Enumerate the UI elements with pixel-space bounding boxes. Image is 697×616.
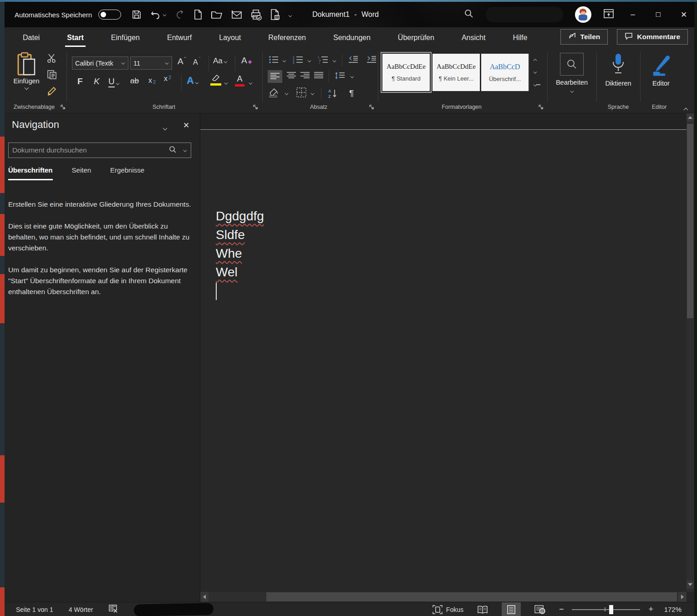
document-page[interactable] — [200, 129, 687, 592]
ribbon-display-options-icon[interactable] — [603, 9, 614, 20]
styles-scroll-up[interactable] — [529, 54, 541, 66]
align-center-button[interactable] — [287, 72, 296, 81]
tab-einfuegen[interactable]: Einfügen — [97, 27, 153, 48]
borders-dropdown-icon[interactable] — [311, 92, 314, 95]
qat-customize-icon[interactable] — [289, 14, 292, 17]
print-layout-button[interactable] — [502, 602, 521, 616]
paste-dropdown-icon[interactable] — [25, 86, 29, 90]
document-area[interactable]: Dgdgdfg Sldfe Whe Wel — [200, 113, 687, 592]
tab-entwurf[interactable]: Entwurf — [153, 27, 205, 48]
paragraph-dialog-launcher[interactable] — [369, 104, 375, 111]
close-button[interactable]: ✕ — [677, 10, 691, 20]
email-icon[interactable] — [230, 9, 242, 20]
clipboard-dialog-launcher[interactable] — [60, 104, 66, 111]
justify-button[interactable] — [314, 72, 323, 81]
editing-button[interactable]: Bearbeiten — [553, 53, 591, 93]
tab-ueberpruefen[interactable]: Überprüfen — [384, 27, 448, 48]
paste-button[interactable]: Einfügen — [12, 52, 41, 101]
maximize-button[interactable]: □ — [651, 10, 665, 19]
search-icon[interactable] — [464, 9, 474, 20]
font-dialog-launcher[interactable] — [253, 104, 259, 111]
zoom-in-button[interactable]: + — [648, 605, 653, 614]
avatar[interactable] — [575, 6, 591, 23]
increase-indent-button[interactable] — [366, 56, 377, 66]
collapse-ribbon-icon[interactable] — [684, 105, 688, 113]
open-folder-icon[interactable] — [211, 9, 223, 20]
bullets-dropdown-icon[interactable] — [283, 59, 286, 62]
document-line[interactable]: Wel — [216, 263, 238, 281]
tab-sendungen[interactable]: Sendungen — [320, 27, 384, 48]
document-line[interactable]: Sldfe — [216, 225, 245, 244]
italic-button[interactable]: K — [94, 76, 100, 87]
print-preview-icon[interactable] — [270, 9, 280, 20]
new-document-icon[interactable] — [193, 9, 203, 20]
line-spacing-button[interactable] — [335, 71, 346, 81]
numbering-dropdown-icon[interactable] — [308, 59, 311, 62]
zoom-slider-thumb[interactable] — [609, 605, 613, 614]
scroll-right-button[interactable] — [678, 592, 687, 602]
style-ueberschrift[interactable]: AaBbCcD Überschrif... — [481, 54, 529, 91]
font-size-combo[interactable]: 11 — [130, 56, 172, 70]
shading-button[interactable] — [269, 87, 280, 99]
subscript-button[interactable]: x2 — [148, 76, 156, 85]
copy-button[interactable] — [46, 69, 57, 80]
document-text[interactable]: Dgdgdfg Sldfe Whe Wel — [216, 207, 264, 281]
cut-button[interactable] — [46, 53, 57, 64]
font-color-dropdown-icon[interactable] — [249, 81, 252, 85]
tab-start[interactable]: Start — [53, 27, 97, 48]
change-case-button[interactable]: Aa — [213, 56, 228, 66]
word-count[interactable]: 4 Wörter — [69, 606, 93, 613]
styles-gallery-more[interactable] — [529, 79, 541, 91]
borders-button[interactable] — [296, 87, 306, 99]
autosave-toggle[interactable] — [98, 10, 121, 20]
nav-tab-ueberschriften[interactable]: Überschriften — [8, 166, 53, 180]
tab-ansicht[interactable]: Ansicht — [448, 27, 499, 48]
sort-button[interactable]: AZ — [328, 88, 340, 98]
bold-button[interactable]: F — [77, 76, 83, 87]
scroll-left-button[interactable] — [200, 592, 209, 602]
tab-hilfe[interactable]: Hilfe — [499, 27, 541, 48]
align-left-button[interactable] — [268, 70, 282, 83]
undo-dropdown-icon[interactable] — [163, 13, 166, 16]
vertical-scrollbar[interactable] — [687, 113, 694, 592]
comments-button[interactable]: Kommentare — [617, 29, 688, 45]
multilevel-list-button[interactable]: 1ai — [318, 56, 329, 66]
editing-dropdown-icon[interactable] — [570, 90, 573, 93]
decrease-indent-button[interactable] — [348, 56, 359, 66]
underline-dropdown-icon[interactable] — [116, 82, 119, 85]
tab-layout[interactable]: Layout — [205, 27, 254, 48]
search-icon[interactable] — [169, 146, 177, 155]
page-indicator[interactable]: Seite 1 von 1 — [16, 606, 53, 613]
zoom-out-button[interactable]: − — [559, 605, 564, 614]
shrink-font-button[interactable]: Aˇ — [193, 56, 200, 66]
web-layout-button[interactable] — [529, 602, 551, 616]
underline-button[interactable]: U — [108, 76, 120, 87]
vertical-scrollbar-thumb[interactable] — [687, 124, 693, 318]
superscript-button[interactable]: x2 — [164, 75, 171, 83]
navigation-search-box[interactable] — [8, 143, 191, 158]
document-line[interactable]: Dgdgdfg — [216, 207, 264, 225]
font-color-button[interactable]: A — [235, 75, 244, 87]
horizontal-scrollbar-thumb[interactable] — [266, 592, 677, 601]
highlight-button[interactable] — [210, 74, 221, 86]
grow-font-button[interactable]: Aˆ — [178, 56, 186, 66]
style-kein-leerraum[interactable]: AaBbCcDdEe ¶ Kein Leer... — [432, 54, 480, 91]
strikethrough-button[interactable]: ab — [130, 76, 139, 86]
horizontal-scrollbar[interactable] — [200, 592, 687, 602]
bullets-button[interactable] — [269, 56, 279, 66]
numbering-button[interactable]: 123 — [293, 56, 304, 66]
format-painter-button[interactable] — [46, 86, 58, 97]
share-button[interactable]: Teilen — [560, 29, 608, 45]
pilcrow-button[interactable]: ¶ — [349, 88, 354, 98]
zoom-slider[interactable] — [572, 602, 640, 616]
navigation-close-icon[interactable]: ✕ — [183, 121, 189, 130]
save-icon[interactable] — [131, 9, 142, 20]
highlight-dropdown-icon[interactable] — [224, 81, 228, 85]
document-line[interactable]: Whe — [216, 244, 242, 263]
undo-icon[interactable] — [150, 9, 161, 20]
minimize-button[interactable]: – — [626, 10, 640, 19]
scroll-down-button[interactable] — [687, 580, 694, 589]
styles-scroll-down[interactable] — [529, 66, 541, 78]
font-name-combo[interactable]: Calibri (Textk — [72, 56, 128, 70]
tab-datei[interactable]: Datei — [9, 27, 53, 48]
